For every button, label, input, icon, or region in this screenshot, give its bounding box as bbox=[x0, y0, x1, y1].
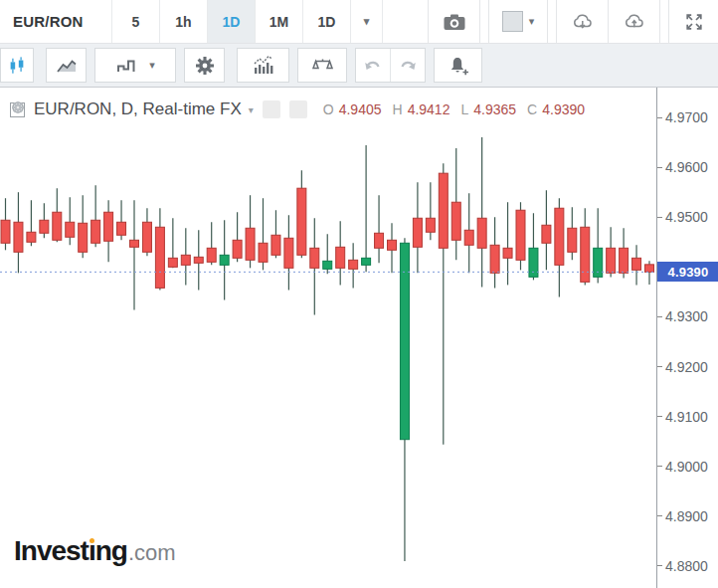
background-swatch bbox=[502, 11, 523, 32]
cloud-upload-icon bbox=[623, 12, 646, 32]
axis-tick-mark bbox=[657, 167, 662, 168]
axis-tick-mark bbox=[657, 565, 662, 566]
candle bbox=[645, 261, 654, 285]
candle bbox=[53, 188, 62, 242]
candle bbox=[477, 137, 486, 287]
area-type-button[interactable] bbox=[46, 48, 87, 83]
chevron-down-icon[interactable]: ▾ bbox=[249, 104, 254, 115]
axis-tick-label: 4.9200 bbox=[665, 359, 708, 375]
cloud-download-icon bbox=[571, 12, 595, 32]
candlestick-svg bbox=[0, 88, 656, 588]
price-axis[interactable]: 4.9390 4.97004.96004.95004.94004.93004.9… bbox=[656, 88, 718, 588]
candle bbox=[632, 245, 641, 285]
low-value: 4.9365 bbox=[473, 101, 516, 117]
compare-button[interactable] bbox=[297, 48, 347, 83]
axis-tick-mark bbox=[657, 316, 662, 317]
high-value: 4.9412 bbox=[408, 101, 450, 117]
candle bbox=[284, 215, 293, 290]
candle bbox=[400, 238, 409, 561]
undo-icon bbox=[362, 57, 384, 75]
open-label: O bbox=[323, 101, 334, 117]
candle bbox=[426, 182, 435, 240]
candle bbox=[40, 203, 49, 238]
timeframe-dropdown-button[interactable]: ▾ bbox=[351, 0, 383, 43]
step-type-icon bbox=[115, 56, 137, 76]
axis-tick-label: 4.9100 bbox=[665, 409, 708, 425]
top-toolbar: EUR/RON 5 1h 1D 1M 1D ▾ ▾ bbox=[0, 0, 718, 44]
axis-tick-mark bbox=[657, 117, 662, 118]
candlestick-type-icon bbox=[7, 55, 27, 77]
alert-bell-add-icon bbox=[447, 55, 470, 77]
candle bbox=[66, 197, 75, 245]
candle bbox=[439, 163, 448, 445]
settings-button[interactable] bbox=[184, 48, 225, 83]
axis-tick-mark bbox=[657, 515, 662, 516]
axis-tick-label: 4.8900 bbox=[665, 508, 708, 524]
candle bbox=[194, 230, 203, 290]
candlestick-type-button[interactable] bbox=[0, 48, 34, 83]
candle bbox=[323, 234, 332, 274]
candle bbox=[607, 227, 616, 277]
chevron-down-icon: ▾ bbox=[149, 60, 155, 71]
chart-title: EUR/RON, D, Real-time FX bbox=[34, 99, 242, 119]
candle bbox=[413, 182, 422, 273]
screenshot-button[interactable] bbox=[428, 0, 480, 43]
redo-icon bbox=[397, 57, 419, 75]
series-settings-button[interactable] bbox=[289, 100, 307, 118]
candle bbox=[142, 208, 151, 256]
candle bbox=[349, 243, 358, 288]
candle bbox=[259, 198, 268, 270]
candle bbox=[181, 228, 190, 285]
chart-toolbar: ▾ bbox=[0, 44, 718, 88]
timeframe-1h[interactable]: 1h bbox=[160, 0, 208, 43]
save-chart-button[interactable] bbox=[609, 0, 660, 43]
fullscreen-button[interactable] bbox=[668, 0, 718, 43]
candle bbox=[27, 200, 36, 246]
redo-button[interactable] bbox=[390, 49, 425, 82]
settings-gear-icon bbox=[194, 55, 216, 77]
candle bbox=[246, 195, 255, 268]
axis-tick-label: 4.9300 bbox=[665, 308, 708, 324]
background-color-button[interactable]: ▾ bbox=[488, 0, 548, 43]
logo-orange-dot-i: ı bbox=[89, 535, 95, 566]
load-chart-button[interactable] bbox=[556, 0, 609, 43]
timeframe-1m[interactable]: 1M bbox=[256, 0, 303, 43]
indicators-icon bbox=[252, 55, 275, 76]
candle bbox=[310, 218, 319, 314]
axis-tick-label: 4.9000 bbox=[665, 459, 708, 475]
chart-pane[interactable]: EUR/RON, D, Real-time FX ▾ O bbox=[0, 88, 656, 588]
timeframe-5[interactable]: 5 bbox=[112, 0, 160, 43]
fullscreen-icon bbox=[683, 11, 705, 33]
create-alert-button[interactable] bbox=[434, 48, 482, 83]
candle bbox=[271, 210, 280, 258]
timeframe-1d-active[interactable]: 1D bbox=[208, 0, 256, 43]
candle bbox=[104, 200, 113, 262]
candle bbox=[336, 221, 345, 285]
undo-button[interactable] bbox=[356, 49, 390, 82]
axis-tick-mark bbox=[657, 466, 662, 467]
candle bbox=[375, 195, 384, 263]
candle bbox=[388, 223, 397, 273]
axis-tick-label: 4.9600 bbox=[665, 159, 708, 175]
candle bbox=[79, 195, 88, 258]
indicators-button[interactable] bbox=[237, 48, 289, 83]
axis-tick-mark bbox=[657, 416, 662, 417]
chart-legend: EUR/RON, D, Real-time FX ▾ O bbox=[10, 99, 591, 119]
area-type-icon bbox=[56, 56, 78, 76]
axis-tick-mark bbox=[657, 217, 662, 218]
symbol-field[interactable]: EUR/RON bbox=[0, 0, 112, 43]
candle bbox=[529, 213, 538, 280]
chart-type-dropdown-button[interactable]: ▾ bbox=[94, 48, 176, 83]
timeframe-1d-interval[interactable]: 1D bbox=[303, 0, 351, 43]
investing-logo: Investıng .com bbox=[14, 535, 176, 567]
close-label: C bbox=[527, 101, 537, 117]
candle bbox=[207, 222, 216, 265]
candle bbox=[581, 208, 590, 285]
chevron-down-icon: ▾ bbox=[364, 15, 370, 27]
candle bbox=[155, 208, 164, 290]
close-value: 4.9390 bbox=[542, 101, 585, 117]
candle bbox=[130, 200, 139, 309]
visibility-toggle-button[interactable] bbox=[263, 100, 280, 118]
axis-tick-label: 4.8800 bbox=[665, 558, 708, 574]
candle bbox=[464, 193, 473, 273]
